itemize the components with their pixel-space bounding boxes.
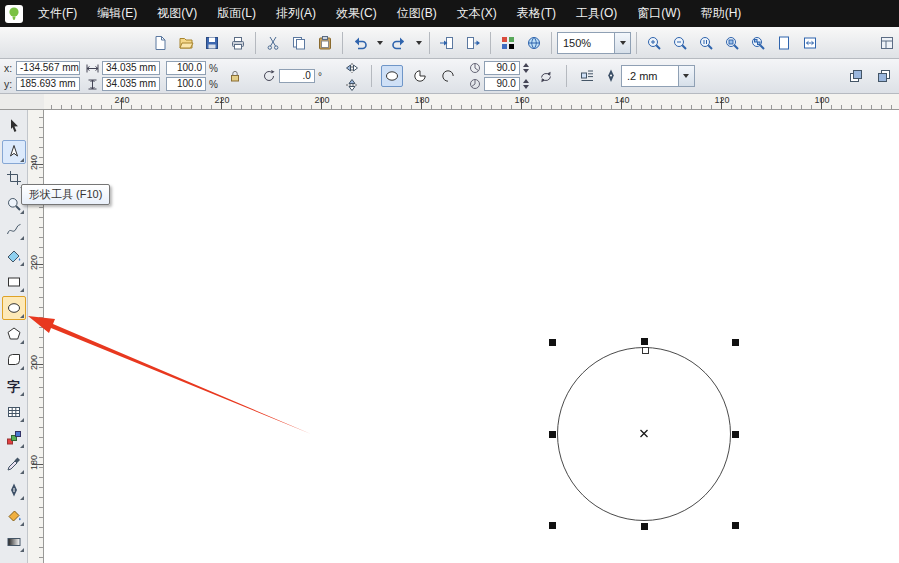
application-launcher-button[interactable]	[496, 31, 520, 55]
start-angle-field[interactable]: 90.0	[484, 61, 520, 75]
tool-text[interactable]: 字	[2, 374, 26, 398]
menu-arrange[interactable]: 排列(A)	[266, 0, 326, 27]
tool-pick[interactable]	[2, 114, 26, 138]
hruler-label: 240	[114, 95, 129, 105]
menubar: 文件(F) 编辑(E) 视图(V) 版面(L) 排列(A) 效果(C) 位图(B…	[0, 0, 899, 27]
mirror-vertical-button[interactable]	[342, 77, 362, 92]
end-angle-field[interactable]: 90.0	[484, 77, 520, 91]
selection-handle-middle-right[interactable]	[732, 431, 739, 438]
welcome-screen-button[interactable]	[522, 31, 546, 55]
canvas[interactable]	[44, 110, 899, 563]
outline-width-dropdown-button[interactable]	[678, 66, 694, 86]
selection-handle-top-right[interactable]	[732, 339, 739, 346]
zoom-to-selected-button[interactable]	[720, 31, 744, 55]
redo-dropdown-button[interactable]	[413, 31, 424, 55]
to-front-button[interactable]	[845, 65, 867, 87]
object-height-field[interactable]: 34.035 mm	[102, 77, 160, 91]
start-angle-spinner[interactable]	[523, 63, 529, 73]
menu-layout[interactable]: 版面(L)	[207, 0, 266, 27]
menu-window[interactable]: 窗口(W)	[627, 0, 690, 27]
import-button[interactable]	[435, 31, 459, 55]
export-button[interactable]	[461, 31, 485, 55]
end-angle-spinner[interactable]	[523, 79, 529, 89]
menu-edit[interactable]: 编辑(E)	[87, 0, 147, 27]
to-back-button[interactable]	[873, 65, 895, 87]
menu-effects[interactable]: 效果(C)	[326, 0, 387, 27]
undo-button[interactable]	[348, 31, 372, 55]
ruler-corner[interactable]	[0, 94, 44, 110]
y-position-field[interactable]: 185.693 mm	[16, 77, 80, 91]
menu-table[interactable]: 表格(T)	[507, 0, 566, 27]
tool-polygon[interactable]	[2, 322, 26, 346]
menu-tools[interactable]: 工具(O)	[566, 0, 627, 27]
tool-shape[interactable]	[2, 140, 26, 164]
menu-view[interactable]: 视图(V)	[147, 0, 207, 27]
outline-width-combo[interactable]: .2 mm	[621, 65, 695, 87]
menu-help[interactable]: 帮助(H)	[691, 0, 752, 27]
tool-ellipse[interactable]	[2, 296, 26, 320]
selection-handle-bottom-middle[interactable]	[641, 523, 648, 530]
tool-freehand[interactable]	[2, 218, 26, 242]
undo-dropdown-button[interactable]	[374, 31, 385, 55]
save-button[interactable]	[200, 31, 224, 55]
selection-handle-bottom-right[interactable]	[732, 522, 739, 529]
tool-smart-fill[interactable]	[2, 244, 26, 268]
selection-center-marker[interactable]	[640, 427, 649, 441]
cut-button[interactable]	[261, 31, 285, 55]
lock-ratio-button[interactable]	[224, 65, 246, 87]
hruler-label: 200	[314, 95, 329, 105]
toolbar-separator	[551, 32, 552, 54]
new-button[interactable]	[148, 31, 172, 55]
tool-fill[interactable]	[2, 504, 26, 528]
x-position-field[interactable]: -134.567 mm	[16, 61, 80, 75]
menu-text[interactable]: 文本(X)	[447, 0, 507, 27]
tool-interactive-fill[interactable]	[2, 530, 26, 554]
interactive-fill-tool-icon	[6, 534, 22, 550]
zoom-out-icon	[672, 35, 688, 51]
wrap-paragraph-text-button[interactable]	[576, 65, 598, 87]
zoom-to-page-width-button[interactable]	[798, 31, 822, 55]
paste-button[interactable]	[313, 31, 337, 55]
smart-fill-tool-icon	[6, 248, 22, 264]
tool-rectangle[interactable]	[2, 270, 26, 294]
tool-table[interactable]	[2, 400, 26, 424]
zoom-to-all-button[interactable]	[746, 31, 770, 55]
pie-mode-button[interactable]	[409, 65, 431, 87]
vertical-ruler[interactable]: 240 220 200 180	[28, 110, 44, 563]
tool-basic-shapes[interactable]	[2, 348, 26, 372]
zoom-in-button[interactable]	[642, 31, 666, 55]
mirror-horizontal-button[interactable]	[342, 60, 362, 75]
rotation-angle-field[interactable]: .0	[279, 69, 315, 83]
copy-button[interactable]	[287, 31, 311, 55]
tool-outline-pen[interactable]	[2, 478, 26, 502]
toolbar-separator	[342, 32, 343, 54]
menu-bitmaps[interactable]: 位图(B)	[387, 0, 447, 27]
horizontal-ruler[interactable]: 240 220 200 180 160 140 120 100	[44, 94, 899, 110]
scale-v-field[interactable]: 100.0	[166, 77, 206, 91]
selection-handle-top-middle[interactable]	[641, 338, 648, 345]
open-button[interactable]	[174, 31, 198, 55]
arc-mode-button[interactable]	[437, 65, 459, 87]
zoom-level-combo[interactable]: 150%	[557, 32, 631, 54]
redo-button[interactable]	[387, 31, 411, 55]
ellipse-node[interactable]	[642, 347, 649, 354]
menu-file[interactable]: 文件(F)	[28, 0, 87, 27]
selection-handle-top-left[interactable]	[549, 339, 556, 346]
zoom-level-dropdown-button[interactable]	[614, 33, 630, 53]
zoom-to-page-button[interactable]	[772, 31, 796, 55]
mirror-horizontal-icon	[345, 62, 359, 74]
tool-blend[interactable]	[2, 426, 26, 450]
print-button[interactable]	[226, 31, 250, 55]
tool-eyedropper[interactable]	[2, 452, 26, 476]
zoom-actual-size-button[interactable]	[694, 31, 718, 55]
app-icon[interactable]	[0, 0, 28, 27]
toolbar-options-button[interactable]	[875, 31, 899, 55]
scale-h-field[interactable]: 100.0	[166, 61, 206, 75]
fill-tool-icon	[6, 508, 22, 524]
object-width-field[interactable]: 34.035 mm	[102, 61, 160, 75]
zoom-out-button[interactable]	[668, 31, 692, 55]
change-direction-button[interactable]	[535, 65, 557, 87]
selection-handle-middle-left[interactable]	[549, 431, 556, 438]
ellipse-mode-button[interactable]	[381, 65, 403, 87]
selection-handle-bottom-left[interactable]	[549, 522, 556, 529]
